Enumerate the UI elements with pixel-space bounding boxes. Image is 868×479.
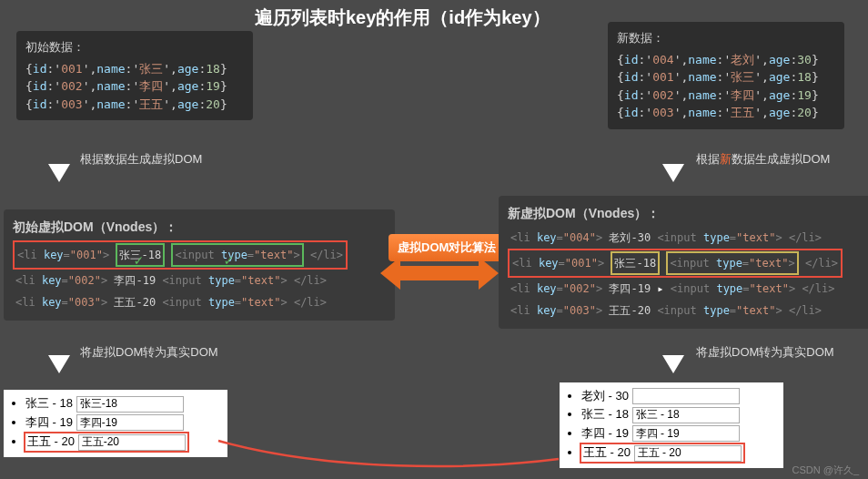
vdom-row: <li key="003"> 王五-20 <input type="text">…	[508, 300, 868, 321]
arrow-down-icon	[655, 137, 691, 182]
arrow-down-icon	[41, 328, 77, 373]
arrow-down-icon	[655, 328, 691, 373]
vdom-row: <li key="002"> 李四-19 <input type="text">…	[13, 270, 386, 291]
cursor-icon: ▸	[651, 282, 663, 295]
list-item: 张三 - 18	[25, 395, 220, 413]
real-dom-left: 张三 - 18 李四 - 19 王五 - 20	[4, 390, 227, 457]
list-item: 老刘 - 30	[581, 388, 776, 404]
watermark: CSDN @许久_	[792, 464, 859, 477]
text-input[interactable]	[634, 445, 742, 462]
list-item: 张三 - 18	[581, 406, 776, 423]
page-title: 遍历列表时key的作用（id作为key）	[255, 5, 550, 30]
initial-data-header: 初始数据：	[25, 38, 244, 56]
text-input[interactable]	[632, 425, 740, 442]
list-item: 王五 - 20	[25, 433, 220, 452]
caption-gen-left: 根据数据生成虚拟DOM	[80, 151, 202, 168]
text-input[interactable]	[76, 414, 184, 431]
hl-match-input: <input type="text">✓	[171, 243, 303, 267]
vdom-left-header: 初始虚拟DOM（Vnodes）：	[13, 217, 386, 237]
list-item: 王五 - 20	[581, 443, 776, 463]
new-data-header: 新数据：	[617, 29, 835, 47]
vdom-row: <li key="001"> 张三-18 <input type="text">…	[508, 249, 843, 278]
vdom-right-box: 新虚拟DOM（Vnodes）： <li key="004"> 老刘-30 <in…	[499, 196, 868, 329]
text-input[interactable]	[632, 407, 740, 423]
initial-data-box: 初始数据： {id:'001',name:'张三',age:18} {id:'0…	[16, 31, 253, 120]
caption-to-real-left: 将虚拟DOM转为真实DOM	[80, 344, 218, 361]
vdom-row: <li key="003"> 王五-20 <input type="text">…	[13, 291, 386, 313]
vdom-right-header: 新虚拟DOM（Vnodes）：	[508, 203, 868, 223]
caption-gen-right: 根据新数据生成虚拟DOM	[696, 151, 830, 168]
vdom-row: <li key="004"> 老刘-30 <input type="text">…	[508, 227, 868, 249]
text-input[interactable]	[632, 388, 740, 404]
text-input[interactable]	[76, 396, 184, 413]
list-item: 李四 - 19	[581, 425, 776, 443]
real-dom-right: 老刘 - 30 张三 - 18 李四 - 19 王五 - 20	[560, 382, 783, 468]
hl-match-text: 张三-18✓	[116, 243, 165, 267]
vdom-left-box: 初始虚拟DOM（Vnodes）： <li key="001"> 张三-18✓ <…	[4, 209, 395, 321]
check-icon: ✓	[134, 250, 143, 270]
vdom-row: <li key="002"> 李四-19 ▸ <input type="text…	[508, 278, 868, 300]
list-item: 李四 - 19	[25, 414, 220, 432]
new-data-box: 新数据： {id:'004',name:'老刘',age:30} {id:'00…	[608, 22, 844, 129]
text-input[interactable]	[78, 434, 186, 451]
hl-text: 张三-18	[611, 251, 660, 275]
arrow-down-icon	[41, 137, 77, 182]
vdom-row: <li key="001"> 张三-18✓ <input type="text"…	[13, 240, 348, 270]
hl-input: <input type="text">	[666, 251, 798, 275]
caption-to-real-right: 将虚拟DOM转为真实DOM	[696, 344, 834, 361]
check-icon: ✓	[224, 250, 233, 270]
compare-label: 虚拟DOM对比算法	[389, 234, 505, 261]
